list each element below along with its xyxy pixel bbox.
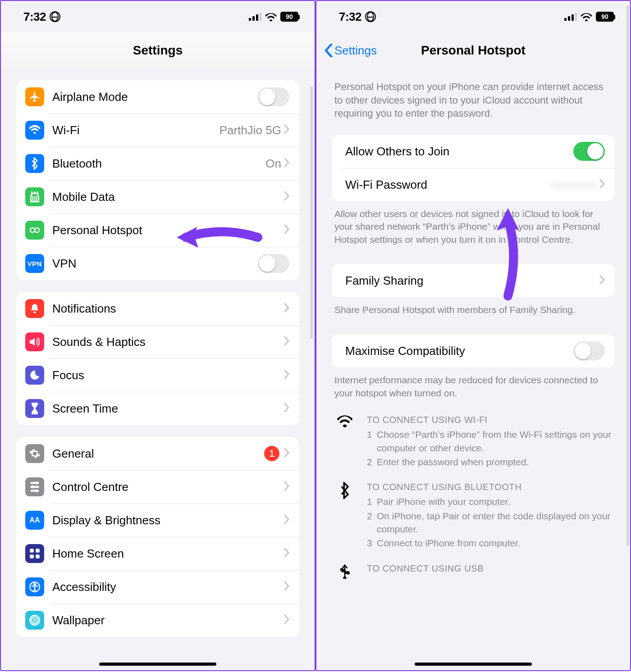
row-screen-time[interactable]: Screen Time [16, 392, 299, 425]
row-allow-others-to-join[interactable]: Allow Others to Join [332, 135, 615, 168]
row-maximise-compatibility[interactable]: Maximise Compatibility [332, 334, 615, 368]
svg-rect-2 [256, 14, 258, 21]
focus-icon [25, 366, 44, 385]
connect-heading: TO CONNECT USING WI-FI [367, 415, 612, 425]
connect-bt: TO CONNECT USING BLUETOOTHPair iPhone wi… [316, 477, 630, 559]
row-home-screen[interactable]: Home Screen [16, 537, 299, 570]
svg-rect-21 [564, 18, 567, 21]
row-label: Control Centre [52, 480, 284, 494]
svg-rect-15 [36, 554, 40, 558]
row-label: Personal Hotspot [52, 223, 284, 237]
row-wi-fi-password[interactable]: Wi-Fi Passwordxxxxxxxx [332, 168, 615, 201]
nav-bar: Settings [1, 32, 315, 68]
wall-icon [25, 611, 44, 630]
row-label: Mobile Data [52, 190, 284, 204]
general-icon [25, 444, 44, 463]
chevron-right-icon [599, 179, 605, 190]
battery-indicator: 90 [280, 12, 298, 22]
family-card: Family Sharing [332, 264, 615, 297]
back-button[interactable]: Settings [325, 32, 377, 68]
chevron-right-icon [284, 515, 289, 526]
row-label: Wallpaper [52, 613, 284, 627]
scroll-indicator[interactable] [626, 5, 629, 546]
row-label: Sounds & Haptics [52, 335, 284, 349]
wifi-icon [334, 415, 355, 469]
chevron-right-icon [284, 158, 289, 169]
cellular-icon [564, 13, 577, 21]
screentime-icon [25, 399, 44, 418]
home-indicator[interactable] [99, 663, 216, 666]
row-label: Airplane Mode [52, 90, 258, 104]
row-family-sharing[interactable]: Family Sharing [332, 264, 615, 297]
row-wallpaper[interactable]: Wallpaper [16, 604, 299, 637]
row-general[interactable]: General1 [16, 437, 299, 470]
chevron-right-icon [599, 275, 605, 286]
chevron-right-icon [284, 581, 289, 592]
row-label: Display & Brightness [52, 513, 284, 527]
toggle[interactable] [573, 341, 605, 360]
svg-rect-23 [572, 14, 574, 21]
row-airplane-mode[interactable]: Airplane Mode [16, 80, 299, 114]
row-detail: On [265, 157, 281, 171]
chevron-right-icon [284, 448, 289, 459]
scroll-indicator[interactable] [310, 86, 313, 339]
row-wi-fi[interactable]: Wi-FiParthJio 5G [16, 114, 299, 147]
status-bar: 7:32 90 [316, 1, 630, 32]
svg-point-11 [35, 489, 38, 492]
row-label: Allow Others to Join [345, 145, 573, 159]
row-notifications[interactable]: Notifications [16, 292, 299, 325]
row-focus[interactable]: Focus [16, 359, 299, 392]
row-mobile-data[interactable]: Mobile Data [16, 180, 299, 213]
toggle[interactable] [258, 254, 289, 273]
svg-point-25 [344, 577, 346, 579]
svg-rect-0 [249, 18, 251, 21]
svg-rect-12 [30, 549, 34, 553]
row-accessibility[interactable]: Accessibility [16, 570, 299, 604]
back-label: Settings [334, 44, 377, 58]
svg-point-27 [347, 572, 349, 574]
wifi-icon [25, 121, 44, 140]
row-label: Accessibility [52, 580, 284, 594]
svg-rect-14 [30, 554, 34, 558]
row-label: Screen Time [52, 402, 284, 416]
row-label: General [52, 447, 264, 461]
svg-rect-22 [568, 16, 570, 21]
bt-icon [25, 154, 44, 173]
toggle[interactable] [258, 87, 289, 106]
connect-wifi: TO CONNECT USING WI-FIChoose “Parth’s iP… [316, 410, 630, 477]
chevron-right-icon [284, 225, 289, 236]
svg-point-7 [31, 486, 34, 489]
row-vpn[interactable]: VPNVPN [16, 247, 299, 280]
location-globe-icon [50, 11, 60, 22]
airplane-icon [25, 87, 44, 106]
intro-note: Personal Hotspot on your iPhone can prov… [316, 68, 630, 127]
row-sounds-haptics[interactable]: Sounds & Haptics [16, 325, 299, 359]
compat-card: Maximise Compatibility [332, 334, 615, 368]
cellular-icon [249, 13, 261, 21]
chevron-right-icon [284, 370, 289, 381]
row-control-centre[interactable]: Control Centre [16, 470, 299, 504]
nav-bar: Settings Personal Hotspot [316, 32, 630, 68]
row-personal-hotspot[interactable]: Personal Hotspot [16, 213, 299, 247]
svg-point-17 [34, 583, 36, 585]
row-bluetooth[interactable]: BluetoothOn [16, 147, 299, 180]
row-label: VPN [52, 257, 258, 271]
allow-note: Allow other users or devices not signed … [316, 201, 630, 257]
row-detail: ParthJio 5G [219, 123, 281, 137]
connect-heading: TO CONNECT USING USB [367, 563, 484, 574]
connect-steps: Pair iPhone with your computer.On iPhone… [367, 495, 612, 550]
svg-rect-3 [260, 13, 261, 21]
mobile-icon [25, 187, 44, 206]
svg-point-5 [35, 228, 39, 232]
chevron-right-icon [284, 403, 289, 414]
home-indicator[interactable] [415, 663, 532, 666]
hotspot-icon [25, 221, 44, 240]
row-label: Family Sharing [345, 274, 599, 288]
row-display-brightness[interactable]: AADisplay & Brightness [16, 504, 299, 537]
svg-rect-1 [252, 16, 255, 21]
row-label: Home Screen [52, 547, 284, 561]
vpn-icon: VPN [25, 254, 44, 273]
toggle[interactable] [573, 142, 605, 161]
usb-icon [334, 563, 355, 579]
row-detail-hidden: xxxxxxxx [550, 178, 597, 192]
